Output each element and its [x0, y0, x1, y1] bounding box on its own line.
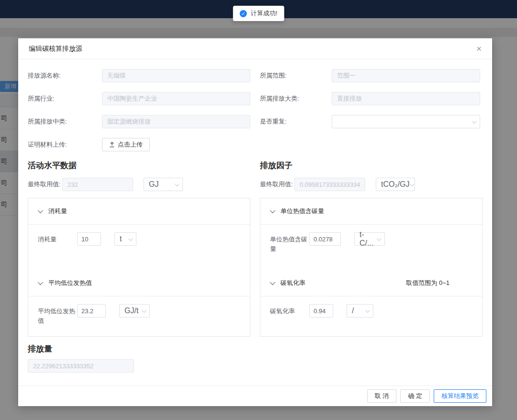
heat-value-unit-select[interactable]: GJ/t	[119, 304, 150, 318]
chevron-down-icon	[472, 119, 477, 124]
select-value: GJ	[149, 180, 158, 189]
collapse-title: 单位热值含碳量	[281, 207, 324, 216]
is-duplicate-select[interactable]	[332, 115, 480, 128]
chevron-down-icon	[142, 308, 146, 313]
chevron-down-icon	[270, 208, 275, 213]
chevron-down-icon	[377, 236, 382, 241]
carbon-content-body: 单位热值含碳量 t-C/...	[260, 225, 482, 270]
upload-icon	[109, 142, 115, 148]
consumption-unit-select[interactable]: t	[114, 232, 136, 246]
value-range-note: 取值范围为 0~1	[406, 279, 450, 287]
factor-final-row: 最终取用值: tCO₂/GJ	[260, 178, 483, 191]
field-label: 所属排放中类:	[28, 117, 102, 126]
field-label: 所属范围:	[260, 71, 332, 80]
heat-value-body: 平均低位发热值 GJ/t	[28, 296, 250, 337]
chevron-down-icon	[365, 308, 370, 313]
oxidation-rate-unit-select[interactable]: /	[347, 304, 373, 318]
select-value: GJ/t	[124, 306, 138, 315]
activity-final-input	[62, 178, 133, 191]
consumption-input[interactable]	[77, 232, 101, 246]
emission-mid-class-input	[102, 115, 250, 128]
chevron-down-icon	[38, 280, 43, 285]
activity-final-unit-select[interactable]: GJ	[144, 178, 183, 191]
select-value: tCO₂/GJ	[381, 180, 410, 189]
field-label: 所属行业:	[28, 94, 102, 103]
data-columns: 活动水平数据 最终取用值: GJ 消耗量 消耗量	[28, 160, 483, 337]
field-label: 排放源名称:	[28, 71, 102, 80]
upload-button[interactable]: 点击上传	[102, 138, 150, 151]
collapse-title: 平均低位发热值	[48, 279, 92, 287]
chevron-down-icon	[38, 208, 43, 213]
factor-section-title: 排放因子	[260, 160, 483, 171]
collapse-title: 碳氧化率	[281, 279, 305, 287]
industry-input	[102, 92, 250, 105]
chevron-down-icon	[270, 280, 275, 285]
form-row: 所属排放中类: 是否重复:	[28, 115, 483, 128]
field-label: 是否重复:	[260, 117, 332, 126]
factor-final-input	[294, 178, 365, 191]
factor-final-unit-select[interactable]: tCO₂/GJ	[376, 178, 415, 191]
field-label: 平均低位发热值	[38, 306, 77, 325]
oxidation-rate-body: 碳氧化率 /	[260, 296, 482, 337]
collapse-header-consumption[interactable]: 消耗量	[28, 198, 250, 225]
field-is-duplicate: 是否重复:	[260, 115, 483, 128]
collapse-header-oxidation-rate[interactable]: 碳氧化率 取值范围为 0~1	[260, 270, 482, 296]
select-value: t	[120, 235, 122, 243]
factor-panel: 单位热值含碳量 单位热值含碳量 t-C/... 碳氧化率 取值范围为 0~1	[260, 198, 483, 337]
select-value: t-C/...	[360, 230, 377, 248]
field-label: 消耗量	[38, 235, 77, 244]
edit-emission-source-dialog: 编辑碳核算排放源 × 排放源名称: 所属范围: 所属行业: 所属排放大类:	[18, 38, 492, 406]
dialog-title: 编辑碳核算排放源	[29, 45, 82, 53]
form-row: 排放源名称: 所属范围:	[28, 69, 483, 82]
activity-final-row: 最终取用值: GJ	[28, 178, 250, 191]
activity-column: 活动水平数据 最终取用值: GJ 消耗量 消耗量	[28, 160, 250, 337]
field-label: 单位热值含碳量	[270, 235, 309, 253]
field-source-name: 排放源名称:	[28, 69, 250, 82]
consumption-body: 消耗量 t	[28, 225, 250, 270]
factor-column: 排放因子 最终取用值: tCO₂/GJ 单位热值含碳量 单位热值含碳	[260, 160, 483, 337]
collapse-header-heat-value[interactable]: 平均低位发热值	[28, 270, 250, 296]
upload-button-label: 点击上传	[118, 140, 143, 149]
result-preview-button[interactable]: 核算结果预览	[434, 389, 486, 403]
field-proof-upload: 证明材料上传: 点击上传	[28, 138, 483, 151]
field-emission-mid-class: 所属排放中类:	[28, 115, 250, 128]
field-label: 碳氧化率	[270, 306, 309, 316]
heat-value-input[interactable]	[77, 304, 106, 318]
form-row: 所属行业: 所属排放大类:	[28, 92, 483, 105]
collapse-header-carbon-content[interactable]: 单位热值含碳量	[260, 198, 482, 225]
collapse-title: 消耗量	[48, 207, 67, 216]
activity-panel: 消耗量 消耗量 t 平均低位发热值	[28, 198, 250, 337]
final-value-label: 最终取用值:	[28, 180, 62, 189]
carbon-content-input[interactable]	[309, 232, 341, 246]
final-value-label: 最终取用值:	[260, 180, 294, 189]
field-label: 证明材料上传:	[28, 140, 102, 149]
source-name-input	[102, 69, 250, 82]
close-icon[interactable]: ×	[476, 44, 482, 53]
field-industry: 所属行业:	[28, 92, 250, 105]
select-value: /	[352, 306, 354, 315]
dialog-header: 编辑碳核算排放源 ×	[18, 38, 492, 59]
scope-input	[332, 69, 480, 82]
emission-section-title: 排放量	[28, 343, 483, 354]
field-label: 所属排放大类:	[260, 94, 332, 103]
dialog-body: 排放源名称: 所属范围: 所属行业: 所属排放大类: 所属排放中类:	[18, 59, 492, 382]
field-emission-major-class: 所属排放大类:	[260, 92, 483, 105]
emission-major-class-input	[332, 92, 480, 105]
field-scope: 所属范围:	[260, 69, 483, 82]
confirm-button[interactable]: 确 定	[400, 389, 430, 403]
dialog-footer: 取 消 确 定 核算结果预览	[18, 386, 492, 406]
oxidation-rate-input[interactable]	[309, 304, 333, 318]
chevron-down-icon	[128, 236, 133, 241]
chevron-down-icon	[175, 182, 180, 186]
success-check-icon: ✓	[240, 10, 247, 17]
emission-amount-input	[28, 359, 134, 373]
success-toast: ✓ 计算成功!	[233, 6, 284, 21]
carbon-content-unit-select[interactable]: t-C/...	[354, 232, 385, 246]
cancel-button[interactable]: 取 消	[367, 389, 397, 403]
activity-section-title: 活动水平数据	[28, 160, 250, 171]
toast-message: 计算成功!	[251, 9, 278, 18]
chevron-down-icon	[410, 182, 415, 186]
